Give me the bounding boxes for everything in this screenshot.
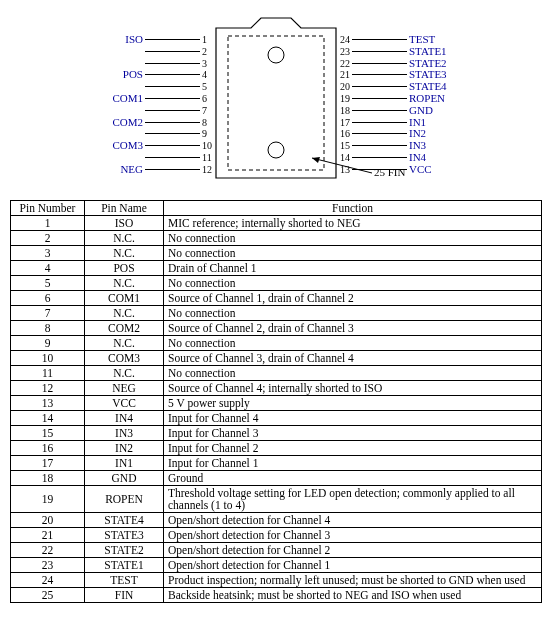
table-row: 13VCC5 V power supply bbox=[11, 396, 542, 411]
cell-pin-name: IN2 bbox=[85, 441, 164, 456]
cell-pin-number: 16 bbox=[11, 441, 85, 456]
svg-marker-4 bbox=[312, 157, 320, 163]
pin-left-3: 3 bbox=[86, 58, 216, 69]
pin-lead bbox=[352, 63, 407, 64]
cell-pin-name: N.C. bbox=[85, 276, 164, 291]
pin-number: 24 bbox=[336, 34, 350, 45]
table-row: 12NEGSource of Channel 4; internally sho… bbox=[11, 381, 542, 396]
pin-left-7: 7 bbox=[86, 105, 216, 116]
cell-pin-number: 3 bbox=[11, 246, 85, 261]
pin-left-9: 9 bbox=[86, 128, 216, 139]
pin-left-4: POS4 bbox=[86, 69, 216, 80]
pin-right-21: 21STATE3 bbox=[336, 69, 466, 80]
cell-function: Source of Channel 4; internally shorted … bbox=[164, 381, 542, 396]
table-row: 24TESTProduct inspection; normally left … bbox=[11, 573, 542, 588]
table-row: 18GNDGround bbox=[11, 471, 542, 486]
cell-pin-number: 11 bbox=[11, 366, 85, 381]
table-row: 8COM2Source of Channel 2, drain of Chann… bbox=[11, 321, 542, 336]
pin-number: 20 bbox=[336, 81, 350, 92]
cell-pin-name: N.C. bbox=[85, 336, 164, 351]
cell-function: Open/short detection for Channel 2 bbox=[164, 543, 542, 558]
cell-pin-name: N.C. bbox=[85, 231, 164, 246]
pin-name: STATE2 bbox=[409, 58, 454, 69]
pin-lead bbox=[352, 145, 407, 146]
cell-pin-number: 25 bbox=[11, 588, 85, 603]
pin-number: 14 bbox=[336, 152, 350, 163]
cell-function: Backside heatsink; must be shorted to NE… bbox=[164, 588, 542, 603]
cell-function: Source of Channel 3, drain of Channel 4 bbox=[164, 351, 542, 366]
cell-pin-name: IN1 bbox=[85, 456, 164, 471]
pin-name: ROPEN bbox=[409, 93, 454, 104]
cell-function: No connection bbox=[164, 366, 542, 381]
cell-function: No connection bbox=[164, 231, 542, 246]
pin-lead bbox=[145, 39, 200, 40]
cell-function: 5 V power supply bbox=[164, 396, 542, 411]
pin-right-16: 16IN2 bbox=[336, 128, 466, 139]
pin-lead bbox=[145, 169, 200, 170]
cell-pin-number: 22 bbox=[11, 543, 85, 558]
table-header-row: Pin Number Pin Name Function bbox=[11, 201, 542, 216]
pin-number: 6 bbox=[202, 93, 216, 104]
table-row: 11N.C.No connection bbox=[11, 366, 542, 381]
table-row: 9N.C.No connection bbox=[11, 336, 542, 351]
fin-label: 25 FIN bbox=[374, 166, 405, 178]
pin-left-12: NEG12 bbox=[86, 164, 216, 175]
table-row: 1ISOMIC reference; internally shorted to… bbox=[11, 216, 542, 231]
pin-number: 19 bbox=[336, 93, 350, 104]
cell-pin-number: 8 bbox=[11, 321, 85, 336]
table-row: 6COM1Source of Channel 1, drain of Chann… bbox=[11, 291, 542, 306]
cell-function: Threshold voltage setting for LED open d… bbox=[164, 486, 542, 513]
pin-name: ISO bbox=[108, 34, 143, 45]
table-row: 14IN4Input for Channel 4 bbox=[11, 411, 542, 426]
table-row: 5N.C.No connection bbox=[11, 276, 542, 291]
pin-lead bbox=[352, 122, 407, 123]
cell-function: Source of Channel 1, drain of Channel 2 bbox=[164, 291, 542, 306]
pin-name: IN4 bbox=[409, 152, 454, 163]
cell-function: Input for Channel 4 bbox=[164, 411, 542, 426]
pin-right-19: 19ROPEN bbox=[336, 93, 466, 104]
cell-pin-name: IN4 bbox=[85, 411, 164, 426]
pin-lead bbox=[145, 86, 200, 87]
cell-function: No connection bbox=[164, 306, 542, 321]
pin-left-11: 11 bbox=[86, 152, 216, 163]
pin-lead bbox=[145, 63, 200, 64]
pin-number: 22 bbox=[336, 58, 350, 69]
pin-name: POS bbox=[108, 69, 143, 80]
cell-function: Ground bbox=[164, 471, 542, 486]
pin-right-22: 22STATE2 bbox=[336, 58, 466, 69]
pin-lead bbox=[352, 39, 407, 40]
cell-pin-number: 17 bbox=[11, 456, 85, 471]
pin-name: STATE1 bbox=[409, 46, 454, 57]
cell-pin-name: NEG bbox=[85, 381, 164, 396]
cell-pin-name: TEST bbox=[85, 573, 164, 588]
pin-left-10: COM310 bbox=[86, 140, 216, 151]
cell-pin-number: 1 bbox=[11, 216, 85, 231]
cell-function: Input for Channel 3 bbox=[164, 426, 542, 441]
pin-lead bbox=[352, 98, 407, 99]
pin-lead bbox=[352, 51, 407, 52]
cell-pin-number: 12 bbox=[11, 381, 85, 396]
cell-pin-number: 23 bbox=[11, 558, 85, 573]
cell-function: Drain of Channel 1 bbox=[164, 261, 542, 276]
cell-pin-number: 20 bbox=[11, 513, 85, 528]
pin-name: IN1 bbox=[409, 117, 454, 128]
pin-right-23: 23STATE1 bbox=[336, 46, 466, 57]
table-row: 10COM3Source of Channel 3, drain of Chan… bbox=[11, 351, 542, 366]
cell-pin-number: 10 bbox=[11, 351, 85, 366]
pin-name: NEG bbox=[108, 164, 143, 175]
cell-pin-name: VCC bbox=[85, 396, 164, 411]
cell-pin-name: STATE4 bbox=[85, 513, 164, 528]
header-pin-number: Pin Number bbox=[11, 201, 85, 216]
pin-number: 4 bbox=[202, 69, 216, 80]
table-row: 23STATE1Open/short detection for Channel… bbox=[11, 558, 542, 573]
pin-name: TEST bbox=[409, 34, 454, 45]
pin-left-8: COM28 bbox=[86, 117, 216, 128]
cell-function: Input for Channel 2 bbox=[164, 441, 542, 456]
pin-number: 23 bbox=[336, 46, 350, 57]
cell-pin-number: 6 bbox=[11, 291, 85, 306]
pin-lead bbox=[145, 122, 200, 123]
table-row: 16IN2Input for Channel 2 bbox=[11, 441, 542, 456]
table-row: 20STATE4Open/short detection for Channel… bbox=[11, 513, 542, 528]
table-row: 7N.C.No connection bbox=[11, 306, 542, 321]
pin-number: 7 bbox=[202, 105, 216, 116]
